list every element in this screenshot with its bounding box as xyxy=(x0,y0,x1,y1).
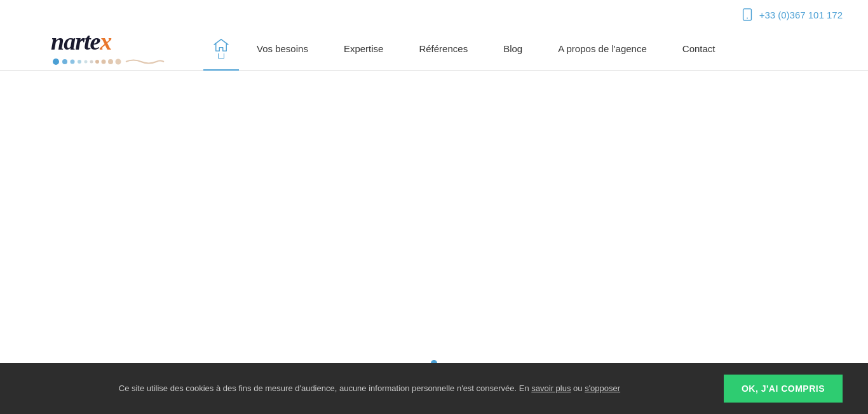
top-bar: +33 (0)367 101 172 xyxy=(0,0,868,27)
nav-item-blog[interactable]: Blog xyxy=(485,29,540,68)
svg-point-2 xyxy=(53,59,59,65)
logo-narte: narte xyxy=(51,29,100,53)
nav-home-inner xyxy=(214,38,229,59)
svg-point-6 xyxy=(85,60,88,64)
svg-point-4 xyxy=(71,60,75,64)
cookie-banner: Ce site utilise des cookies à des fins d… xyxy=(0,363,868,414)
nav-item-a-propos[interactable]: A propos de l'agence xyxy=(540,29,665,68)
svg-point-11 xyxy=(116,59,121,65)
nav-item-vos-besoins[interactable]: Vos besoins xyxy=(239,29,326,68)
svg-point-8 xyxy=(95,60,99,64)
main-content xyxy=(0,71,868,344)
nav-tick xyxy=(218,53,224,59)
phone-area: +33 (0)367 101 172 xyxy=(740,8,843,22)
logo-x: x xyxy=(100,29,111,53)
home-icon xyxy=(214,38,229,52)
cookie-savoir-plus-link[interactable]: savoir plus xyxy=(531,383,571,393)
svg-point-10 xyxy=(108,59,113,64)
cookie-accept-button[interactable]: OK, J'AI COMPRIS xyxy=(724,375,843,403)
nav-item-expertise[interactable]: Expertise xyxy=(326,29,402,68)
logo-nav-bar: nartex xyxy=(0,27,868,71)
nav-home[interactable] xyxy=(203,27,239,70)
logo-area[interactable]: nartex xyxy=(51,29,165,67)
svg-point-7 xyxy=(90,60,93,64)
nav-item-references[interactable]: Références xyxy=(401,29,485,68)
svg-point-5 xyxy=(78,60,81,64)
logo-container: nartex xyxy=(51,29,165,67)
logo-dots xyxy=(51,56,165,67)
logo-decoration xyxy=(51,56,165,67)
phone-icon xyxy=(740,8,754,22)
nav-item-contact[interactable]: Contact xyxy=(665,29,733,68)
cookie-opposer-link[interactable]: s'opposer xyxy=(585,383,620,393)
svg-point-3 xyxy=(62,59,67,64)
phone-number: +33 (0)367 101 172 xyxy=(759,10,843,20)
nav-area: Vos besoins Expertise Références Blog A … xyxy=(203,27,843,70)
logo-text: nartex xyxy=(51,29,111,53)
header: +33 (0)367 101 172 nartex xyxy=(0,0,868,71)
svg-point-9 xyxy=(102,60,106,64)
cookie-text: Ce site utilise des cookies à des fins d… xyxy=(25,383,714,394)
